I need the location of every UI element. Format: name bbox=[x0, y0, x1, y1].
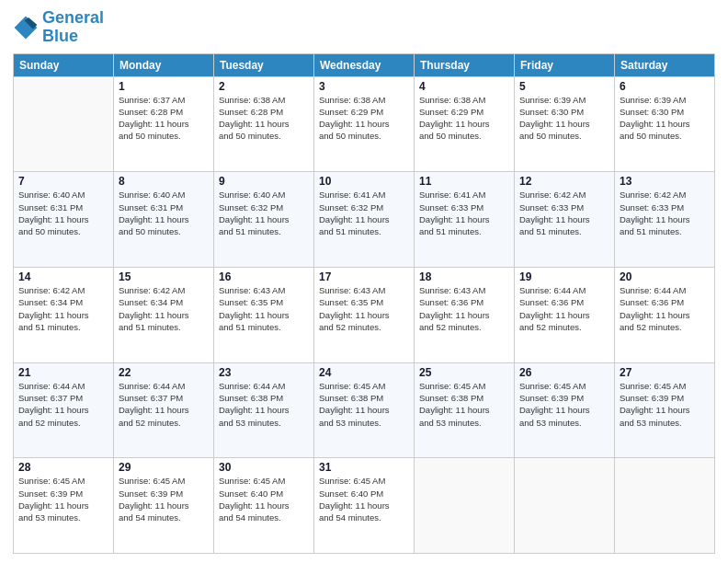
day-number: 2 bbox=[219, 80, 309, 93]
day-number: 28 bbox=[18, 461, 108, 474]
calendar-cell: 30Sunrise: 6:45 AM Sunset: 6:40 PM Dayli… bbox=[214, 458, 314, 554]
day-number: 27 bbox=[620, 366, 710, 379]
day-number: 17 bbox=[319, 270, 409, 283]
day-number: 14 bbox=[18, 270, 108, 283]
page: General Blue SundayMondayTuesdayWednesda… bbox=[0, 0, 728, 563]
calendar-cell bbox=[14, 76, 114, 172]
day-number: 1 bbox=[119, 80, 209, 93]
day-number: 3 bbox=[319, 80, 409, 93]
day-number: 19 bbox=[519, 270, 609, 283]
day-info: Sunrise: 6:40 AM Sunset: 6:31 PM Dayligh… bbox=[18, 189, 108, 237]
calendar-cell bbox=[415, 458, 515, 554]
day-number: 15 bbox=[119, 270, 209, 283]
calendar-cell: 9Sunrise: 6:40 AM Sunset: 6:32 PM Daylig… bbox=[214, 172, 314, 268]
day-info: Sunrise: 6:38 AM Sunset: 6:29 PM Dayligh… bbox=[319, 94, 409, 143]
day-number: 13 bbox=[620, 175, 710, 188]
dow-header-sunday: Sunday bbox=[14, 53, 114, 76]
day-number: 20 bbox=[620, 270, 710, 283]
calendar-table: SundayMondayTuesdayWednesdayThursdayFrid… bbox=[13, 53, 715, 554]
calendar-cell: 22Sunrise: 6:44 AM Sunset: 6:37 PM Dayli… bbox=[114, 362, 214, 458]
calendar-cell: 7Sunrise: 6:40 AM Sunset: 6:31 PM Daylig… bbox=[14, 172, 114, 268]
day-info: Sunrise: 6:45 AM Sunset: 6:38 PM Dayligh… bbox=[319, 380, 409, 429]
day-number: 10 bbox=[319, 175, 409, 188]
day-number: 24 bbox=[319, 366, 409, 379]
dow-header-saturday: Saturday bbox=[615, 53, 715, 76]
day-number: 6 bbox=[620, 80, 710, 93]
day-number: 23 bbox=[219, 366, 309, 379]
logo-general: General bbox=[42, 8, 104, 27]
week-row-1: 1Sunrise: 6:37 AM Sunset: 6:28 PM Daylig… bbox=[14, 76, 715, 172]
day-number: 5 bbox=[519, 80, 609, 93]
calendar-cell: 16Sunrise: 6:43 AM Sunset: 6:35 PM Dayli… bbox=[214, 267, 314, 362]
calendar-cell: 4Sunrise: 6:38 AM Sunset: 6:29 PM Daylig… bbox=[415, 76, 515, 172]
day-info: Sunrise: 6:45 AM Sunset: 6:40 PM Dayligh… bbox=[319, 475, 409, 523]
day-info: Sunrise: 6:42 AM Sunset: 6:34 PM Dayligh… bbox=[119, 284, 209, 333]
day-info: Sunrise: 6:45 AM Sunset: 6:39 PM Dayligh… bbox=[18, 475, 108, 523]
day-number: 11 bbox=[419, 175, 509, 188]
header: General Blue bbox=[13, 9, 715, 46]
calendar-cell: 17Sunrise: 6:43 AM Sunset: 6:35 PM Dayli… bbox=[314, 267, 415, 362]
calendar-cell: 28Sunrise: 6:45 AM Sunset: 6:39 PM Dayli… bbox=[14, 458, 114, 554]
dow-header-monday: Monday bbox=[114, 53, 214, 76]
day-info: Sunrise: 6:43 AM Sunset: 6:35 PM Dayligh… bbox=[319, 284, 409, 333]
day-number: 4 bbox=[419, 80, 509, 93]
calendar-cell: 26Sunrise: 6:45 AM Sunset: 6:39 PM Dayli… bbox=[515, 362, 615, 458]
day-info: Sunrise: 6:45 AM Sunset: 6:40 PM Dayligh… bbox=[219, 475, 309, 523]
calendar-cell: 23Sunrise: 6:44 AM Sunset: 6:38 PM Dayli… bbox=[214, 362, 314, 458]
dow-header-wednesday: Wednesday bbox=[314, 53, 415, 76]
calendar-cell: 1Sunrise: 6:37 AM Sunset: 6:28 PM Daylig… bbox=[114, 76, 214, 172]
day-number: 21 bbox=[18, 366, 108, 379]
calendar-cell: 15Sunrise: 6:42 AM Sunset: 6:34 PM Dayli… bbox=[114, 267, 214, 362]
day-number: 31 bbox=[319, 461, 409, 474]
day-number: 29 bbox=[119, 461, 209, 474]
day-info: Sunrise: 6:39 AM Sunset: 6:30 PM Dayligh… bbox=[620, 94, 710, 143]
week-row-5: 28Sunrise: 6:45 AM Sunset: 6:39 PM Dayli… bbox=[14, 458, 715, 554]
week-row-3: 14Sunrise: 6:42 AM Sunset: 6:34 PM Dayli… bbox=[14, 267, 715, 362]
calendar-body: 1Sunrise: 6:37 AM Sunset: 6:28 PM Daylig… bbox=[14, 76, 715, 553]
days-of-week-row: SundayMondayTuesdayWednesdayThursdayFrid… bbox=[14, 53, 715, 76]
day-info: Sunrise: 6:45 AM Sunset: 6:39 PM Dayligh… bbox=[519, 380, 609, 429]
day-info: Sunrise: 6:39 AM Sunset: 6:30 PM Dayligh… bbox=[519, 94, 609, 143]
day-info: Sunrise: 6:42 AM Sunset: 6:33 PM Dayligh… bbox=[519, 189, 609, 237]
day-number: 22 bbox=[119, 366, 209, 379]
day-number: 12 bbox=[519, 175, 609, 188]
day-info: Sunrise: 6:43 AM Sunset: 6:36 PM Dayligh… bbox=[419, 284, 509, 333]
day-info: Sunrise: 6:45 AM Sunset: 6:39 PM Dayligh… bbox=[620, 380, 710, 429]
day-number: 30 bbox=[219, 461, 309, 474]
day-info: Sunrise: 6:44 AM Sunset: 6:38 PM Dayligh… bbox=[219, 380, 309, 429]
day-info: Sunrise: 6:44 AM Sunset: 6:37 PM Dayligh… bbox=[18, 380, 108, 429]
day-number: 25 bbox=[419, 366, 509, 379]
dow-header-thursday: Thursday bbox=[415, 53, 515, 76]
day-info: Sunrise: 6:40 AM Sunset: 6:32 PM Dayligh… bbox=[219, 189, 309, 237]
calendar-cell bbox=[615, 458, 715, 554]
day-number: 9 bbox=[219, 175, 309, 188]
logo-blue: Blue bbox=[42, 27, 78, 45]
day-number: 8 bbox=[119, 175, 209, 188]
calendar-cell: 10Sunrise: 6:41 AM Sunset: 6:32 PM Dayli… bbox=[314, 172, 415, 268]
day-number: 18 bbox=[419, 270, 509, 283]
calendar-cell: 5Sunrise: 6:39 AM Sunset: 6:30 PM Daylig… bbox=[515, 76, 615, 172]
calendar-cell: 3Sunrise: 6:38 AM Sunset: 6:29 PM Daylig… bbox=[314, 76, 415, 172]
calendar-cell: 14Sunrise: 6:42 AM Sunset: 6:34 PM Dayli… bbox=[14, 267, 114, 362]
day-info: Sunrise: 6:44 AM Sunset: 6:36 PM Dayligh… bbox=[519, 284, 609, 333]
calendar-cell: 12Sunrise: 6:42 AM Sunset: 6:33 PM Dayli… bbox=[515, 172, 615, 268]
calendar-cell bbox=[515, 458, 615, 554]
calendar-cell: 20Sunrise: 6:44 AM Sunset: 6:36 PM Dayli… bbox=[615, 267, 715, 362]
calendar-cell: 18Sunrise: 6:43 AM Sunset: 6:36 PM Dayli… bbox=[415, 267, 515, 362]
day-number: 26 bbox=[519, 366, 609, 379]
logo-icon bbox=[13, 15, 39, 40]
week-row-2: 7Sunrise: 6:40 AM Sunset: 6:31 PM Daylig… bbox=[14, 172, 715, 268]
logo-text: General Blue bbox=[42, 9, 104, 46]
calendar-cell: 2Sunrise: 6:38 AM Sunset: 6:28 PM Daylig… bbox=[214, 76, 314, 172]
calendar-cell: 25Sunrise: 6:45 AM Sunset: 6:38 PM Dayli… bbox=[415, 362, 515, 458]
day-info: Sunrise: 6:38 AM Sunset: 6:28 PM Dayligh… bbox=[219, 94, 309, 143]
calendar-cell: 27Sunrise: 6:45 AM Sunset: 6:39 PM Dayli… bbox=[615, 362, 715, 458]
day-info: Sunrise: 6:42 AM Sunset: 6:33 PM Dayligh… bbox=[620, 189, 710, 237]
calendar-cell: 31Sunrise: 6:45 AM Sunset: 6:40 PM Dayli… bbox=[314, 458, 415, 554]
day-info: Sunrise: 6:43 AM Sunset: 6:35 PM Dayligh… bbox=[219, 284, 309, 333]
calendar-cell: 8Sunrise: 6:40 AM Sunset: 6:31 PM Daylig… bbox=[114, 172, 214, 268]
day-info: Sunrise: 6:44 AM Sunset: 6:36 PM Dayligh… bbox=[620, 284, 710, 333]
day-number: 16 bbox=[219, 270, 309, 283]
day-info: Sunrise: 6:41 AM Sunset: 6:33 PM Dayligh… bbox=[419, 189, 509, 237]
day-info: Sunrise: 6:41 AM Sunset: 6:32 PM Dayligh… bbox=[319, 189, 409, 237]
